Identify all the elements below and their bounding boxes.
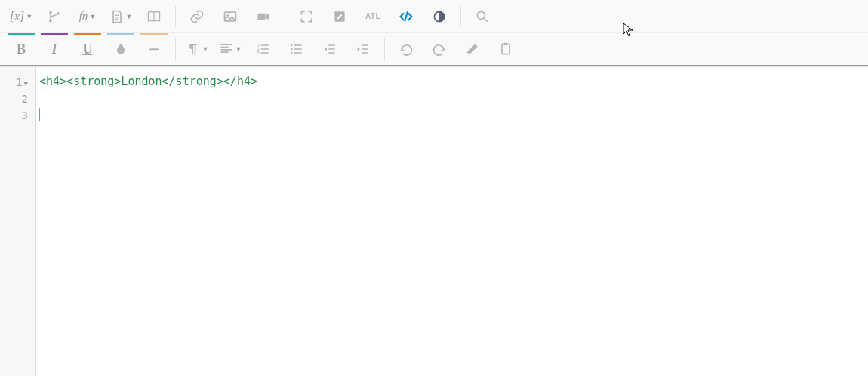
strikethrough-button[interactable] bbox=[137, 35, 171, 63]
clipboard-icon bbox=[498, 41, 513, 57]
svg-text:3: 3 bbox=[257, 51, 260, 55]
pilcrow-icon bbox=[186, 41, 201, 57]
underline-button[interactable]: U bbox=[71, 35, 104, 63]
branch-button[interactable] bbox=[38, 2, 71, 31]
indent-button[interactable] bbox=[346, 35, 380, 63]
divider bbox=[285, 6, 285, 27]
svg-rect-5 bbox=[258, 13, 266, 19]
align-button[interactable]: ▼ bbox=[214, 35, 247, 63]
line-number: 3 bbox=[22, 109, 28, 121]
code-line bbox=[39, 106, 865, 123]
outdent-button[interactable] bbox=[313, 35, 346, 63]
text-cursor bbox=[39, 108, 40, 121]
code-editor[interactable]: 1▼ 2 3 <h4><strong>London</strong></h4> bbox=[0, 67, 868, 376]
toolbar-row-1: [x]▼ fn▼ ▼ ATL bbox=[0, 0, 868, 33]
svg-point-14 bbox=[291, 48, 293, 51]
video-icon bbox=[256, 9, 271, 24]
italic-button[interactable]: I bbox=[38, 35, 71, 63]
function-button[interactable]: fn▼ bbox=[71, 2, 104, 31]
clear-format-button[interactable] bbox=[456, 35, 489, 63]
paragraph-button[interactable]: ▼ bbox=[180, 35, 214, 63]
align-left-icon bbox=[219, 41, 234, 57]
svg-point-0 bbox=[49, 11, 52, 14]
redo-icon bbox=[432, 41, 447, 57]
svg-rect-16 bbox=[502, 44, 509, 54]
video-button[interactable] bbox=[247, 2, 280, 31]
link-button[interactable] bbox=[180, 2, 214, 31]
line-number: 2 bbox=[22, 93, 28, 105]
unordered-list-button[interactable] bbox=[280, 35, 313, 63]
divider bbox=[175, 38, 176, 60]
drop-icon bbox=[113, 41, 128, 57]
line-number: 1 bbox=[16, 76, 22, 88]
svg-rect-9 bbox=[149, 48, 159, 50]
search-button[interactable] bbox=[466, 2, 499, 31]
bold-button[interactable]: B bbox=[5, 35, 38, 63]
divider bbox=[460, 6, 461, 27]
image-icon bbox=[223, 9, 238, 24]
code-icon bbox=[399, 9, 414, 24]
svg-point-15 bbox=[291, 52, 293, 54]
line-gutter: 1▼ 2 3 bbox=[0, 67, 36, 376]
clipboard-button[interactable] bbox=[489, 35, 522, 63]
image-button[interactable] bbox=[214, 2, 247, 31]
fullscreen-button[interactable] bbox=[290, 2, 323, 31]
divider bbox=[384, 38, 385, 60]
minus-icon bbox=[146, 41, 162, 57]
variable-button[interactable]: [x]▼ bbox=[5, 2, 38, 31]
indent-icon bbox=[356, 41, 371, 57]
svg-point-13 bbox=[291, 44, 293, 47]
library-button[interactable] bbox=[137, 2, 171, 31]
document-button[interactable]: ▼ bbox=[104, 2, 137, 31]
atl-button[interactable]: ATL bbox=[356, 2, 389, 31]
redo-button[interactable] bbox=[423, 35, 456, 63]
divider bbox=[175, 6, 176, 27]
svg-point-1 bbox=[49, 20, 52, 23]
svg-point-8 bbox=[477, 11, 485, 19]
outdent-icon bbox=[322, 41, 337, 57]
document-icon bbox=[109, 9, 125, 24]
ordered-list-icon: 123 bbox=[256, 41, 271, 57]
toolbar-row-2: B I U ▼ ▼ 123 bbox=[0, 33, 868, 66]
link-icon bbox=[189, 9, 205, 24]
code-content[interactable]: <h4><strong>London</strong></h4> bbox=[36, 67, 868, 376]
undo-icon bbox=[399, 41, 414, 57]
code-view-button[interactable] bbox=[389, 2, 423, 31]
color-button[interactable] bbox=[104, 35, 137, 63]
eraser-icon bbox=[465, 41, 480, 57]
atl-icon: ATL bbox=[365, 12, 380, 20]
search-icon bbox=[475, 9, 490, 24]
contrast-icon bbox=[432, 9, 447, 24]
svg-rect-17 bbox=[504, 43, 508, 45]
code-line bbox=[39, 90, 865, 106]
book-icon bbox=[146, 9, 162, 24]
unordered-list-icon bbox=[289, 41, 304, 57]
fullscreen-icon bbox=[299, 9, 314, 24]
undo-button[interactable] bbox=[389, 35, 423, 63]
fold-icon[interactable]: ▼ bbox=[24, 80, 28, 87]
edit-button[interactable] bbox=[323, 2, 356, 31]
code-line: <h4><strong>London</strong></h4> bbox=[39, 73, 865, 90]
ordered-list-button[interactable]: 123 bbox=[247, 35, 280, 63]
edit-square-icon bbox=[332, 9, 347, 24]
toolbar: [x]▼ fn▼ ▼ ATL bbox=[0, 0, 868, 67]
contrast-button[interactable] bbox=[423, 2, 456, 31]
branch-icon bbox=[47, 9, 62, 24]
